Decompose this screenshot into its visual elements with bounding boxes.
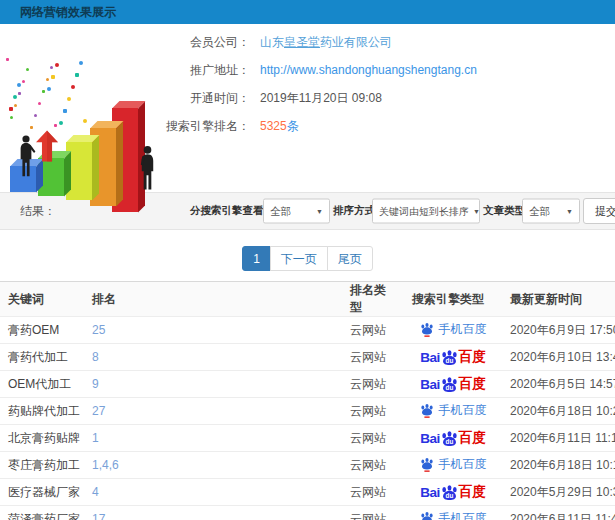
engine-rank-unit: 条 xyxy=(287,119,299,133)
last-page-button[interactable]: 尾页 xyxy=(327,246,373,271)
baidu-logo-bai: Bai xyxy=(420,431,440,446)
confetti-dot xyxy=(67,97,71,101)
baidu-paw-icon: du xyxy=(441,430,458,447)
confetti-dot xyxy=(14,104,17,107)
confetti-dot xyxy=(26,68,29,71)
confetti-dot xyxy=(79,61,83,65)
confetti-dot xyxy=(13,95,17,99)
up-arrow-icon xyxy=(36,130,58,162)
mobile-baidu-label: 手机百度 xyxy=(439,510,487,520)
article-type-select[interactable]: 全部▼ xyxy=(522,199,580,224)
engine-type-cell: 手机百度 xyxy=(404,317,502,344)
rank-cell: 27 xyxy=(84,398,342,425)
baidu-paw-icon: du xyxy=(441,376,458,393)
sort-selected-value: 关键词由短到长排序 xyxy=(379,204,469,218)
confetti-dot xyxy=(10,116,13,119)
table-row: 药贴牌代加工27云网站 手机百度2020年6月18日 10:25 xyxy=(0,398,615,425)
confetti-dot xyxy=(42,90,45,93)
baidu-logo-bai: Bai xyxy=(420,377,440,392)
engine-rank-count: 5325 xyxy=(260,119,287,133)
update-time-cell: 2020年6月11日 11:18 xyxy=(502,425,615,452)
rank-cell: 1 xyxy=(84,425,342,452)
confetti-dot xyxy=(50,66,53,69)
update-time-cell: 2020年6月18日 10:25 xyxy=(502,398,615,425)
chevron-down-icon: ▼ xyxy=(473,208,480,215)
update-time-cell: 2020年5月29日 10:32 xyxy=(502,479,615,506)
update-time-cell: 2020年6月11日 11:40 xyxy=(502,506,615,520)
company-name-suffix: 药业有限公司 xyxy=(320,35,392,49)
keyword-cell: 北京膏药贴牌 xyxy=(0,425,84,452)
confetti-dot xyxy=(55,63,59,67)
update-time-cell: 2020年6月18日 10:19 xyxy=(502,452,615,479)
engine-type-cell: Bai du 百度 xyxy=(404,479,502,506)
confetti-dot xyxy=(71,85,75,89)
field-member-company: 会员公司： 山东皇圣堂药业有限公司 xyxy=(160,28,615,56)
svg-text:du: du xyxy=(445,357,453,364)
confetti-dot xyxy=(75,73,79,77)
baidu-logo-bai: Bai xyxy=(420,350,440,365)
engine-view-select[interactable]: 全部▼ xyxy=(263,199,330,224)
results-table-body: 膏药OEM25云网站 手机百度2020年6月9日 17:50膏药代加工8云网站B… xyxy=(0,317,615,520)
col-header-update-time: 最新更新时间 xyxy=(502,282,615,317)
confetti-dot xyxy=(46,78,49,81)
baidu-logo-cn: 百度 xyxy=(459,375,486,393)
table-row: 膏药OEM25云网站 手机百度2020年6月9日 17:50 xyxy=(0,317,615,344)
next-page-button[interactable]: 下一页 xyxy=(270,246,328,271)
promo-url-link[interactable]: http://www.shandonghuangshengtang.cn xyxy=(260,63,477,77)
keyword-cell: 膏药OEM xyxy=(0,317,84,344)
pagination-area: 1 下一页 尾页 xyxy=(0,230,615,281)
rank-type-cell: 云网站 xyxy=(342,398,404,425)
member-info-fields: 会员公司： 山东皇圣堂药业有限公司 推广地址： http://www.shand… xyxy=(160,28,615,140)
baidu-paw-icon xyxy=(420,511,434,520)
table-row: 枣庄膏药加工1,4,6云网站 手机百度2020年6月18日 10:19 xyxy=(0,452,615,479)
rank-type-cell: 云网站 xyxy=(342,344,404,371)
sort-select[interactable]: 关键词由短到长排序▼ xyxy=(372,199,480,224)
engine-view-selected-value: 全部 xyxy=(270,204,291,218)
info-section: 会员公司： 山东皇圣堂药业有限公司 推广地址： http://www.shand… xyxy=(0,24,615,192)
article-type-selected-value: 全部 xyxy=(529,204,550,218)
rank-cell: 8 xyxy=(84,344,342,371)
mobile-baidu-logo: 手机百度 xyxy=(420,321,487,338)
keyword-cell: 枣庄膏药加工 xyxy=(0,452,84,479)
engine-view-label: 分搜索引擎查看 xyxy=(190,204,264,218)
company-name-highlight: 皇圣堂 xyxy=(284,35,320,49)
baidu-paw-icon xyxy=(420,322,434,337)
field-promo-url: 推广地址： http://www.shandonghuangshengtang.… xyxy=(160,56,615,84)
confetti-dot xyxy=(59,121,63,125)
company-link[interactable]: 山东皇圣堂药业有限公司 xyxy=(260,35,392,49)
baidu-logo: Bai du 百度 xyxy=(420,429,486,447)
confetti-dot xyxy=(9,107,13,111)
rank-type-cell: 云网站 xyxy=(342,425,404,452)
table-row: 菏泽膏药厂家17云网站 手机百度2020年6月11日 11:40 xyxy=(0,506,615,520)
engine-type-cell: 手机百度 xyxy=(404,506,502,520)
rank-cell: 9 xyxy=(84,371,342,398)
rank-type-cell: 云网站 xyxy=(342,452,404,479)
engine-type-cell: Bai du 百度 xyxy=(404,425,502,452)
confetti-dot xyxy=(18,92,21,95)
mobile-baidu-label: 手机百度 xyxy=(439,402,487,419)
baidu-paw-icon: du xyxy=(441,349,458,366)
engine-type-cell: Bai du 百度 xyxy=(404,344,502,371)
page-1-button[interactable]: 1 xyxy=(242,246,271,271)
keyword-cell: 医疗器械厂家 xyxy=(0,479,84,506)
engine-type-cell: Bai du 百度 xyxy=(404,371,502,398)
field-engine-rank: 搜索引擎排名： 5325条 xyxy=(160,112,615,140)
mobile-baidu-logo: 手机百度 xyxy=(420,510,487,520)
col-header-rank: 排名 xyxy=(84,282,342,317)
member-company-label: 会员公司： xyxy=(160,34,250,51)
promo-url-label: 推广地址： xyxy=(160,62,250,79)
col-header-rank-type: 排名类型 xyxy=(342,282,404,317)
keyword-cell: 菏泽膏药厂家 xyxy=(0,506,84,520)
mobile-baidu-logo: 手机百度 xyxy=(420,402,487,419)
businessman-figure-right xyxy=(137,145,158,192)
open-time-label: 开通时间： xyxy=(160,90,250,107)
svg-text:du: du xyxy=(445,384,453,391)
baidu-logo-cn: 百度 xyxy=(459,483,486,501)
svg-text:du: du xyxy=(445,438,453,445)
chevron-down-icon: ▼ xyxy=(566,208,573,215)
confetti-dot xyxy=(22,80,25,83)
confetti-dot xyxy=(83,119,87,123)
col-header-keyword: 关键词 xyxy=(0,282,84,317)
table-row: 医疗器械厂家4云网站Bai du 百度2020年5月29日 10:32 xyxy=(0,479,615,506)
submit-button[interactable]: 提交 xyxy=(583,198,615,224)
